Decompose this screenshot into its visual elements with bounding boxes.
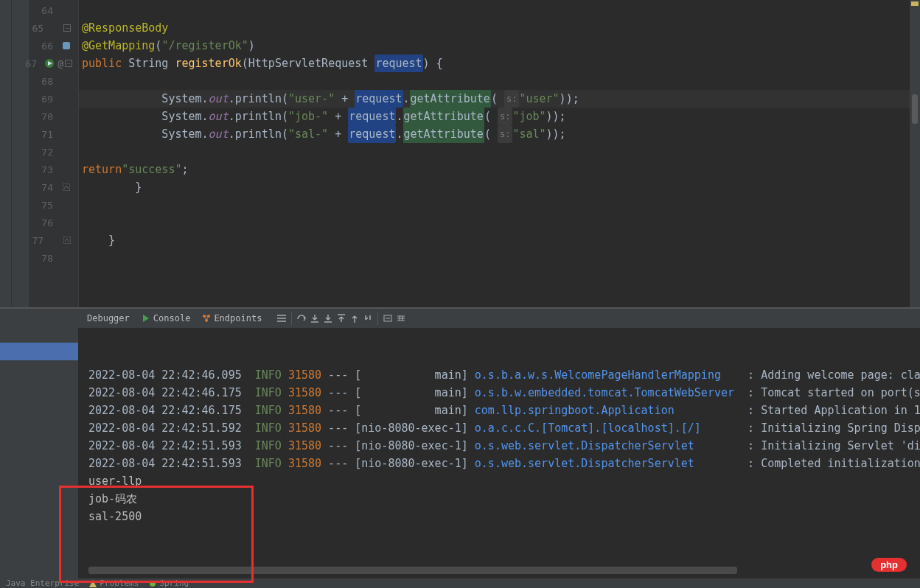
gutter-row[interactable]: 67@− (29, 55, 78, 72)
line-number: 64 (35, 5, 53, 16)
gutter-row[interactable]: 74 (29, 178, 78, 196)
at-sign-icon: @ (58, 58, 63, 69)
bookmark-gutter-icon[interactable] (60, 40, 72, 52)
line-number: 74 (35, 182, 53, 193)
line-number: 75 (35, 200, 53, 211)
gutter-row[interactable]: 72 (29, 143, 78, 161)
gutter-row[interactable]: 77 (29, 231, 78, 249)
settings-icon[interactable] (396, 313, 406, 323)
watermark-badge: php (871, 558, 907, 572)
tab-debugger[interactable]: Debugger (83, 312, 134, 325)
editor-gutter[interactable]: 6465−6667@−6869707172737475767778 (29, 0, 79, 307)
code-line[interactable]: System.out.println("user-" + request.get… (79, 90, 910, 108)
gutter-row[interactable]: 70 (29, 108, 78, 125)
line-number: 70 (35, 111, 53, 122)
code-line[interactable] (79, 196, 910, 214)
svg-rect-2 (63, 183, 70, 191)
fold-toggle-icon[interactable]: − (63, 22, 72, 34)
code-line[interactable]: System.out.println("job-" + request.getA… (79, 108, 910, 125)
warning-stripe (911, 1, 919, 6)
scroll-thumb[interactable] (912, 94, 918, 124)
line-number: 69 (35, 94, 53, 105)
code-line[interactable] (79, 214, 910, 231)
endpoints-label: Endpoints (214, 313, 262, 323)
gutter-row[interactable]: 75 (29, 196, 78, 214)
step-drop-icon[interactable] (363, 313, 373, 323)
status-bar: Java Enterprise Problems Spring (0, 578, 920, 588)
stdout-line: user-llp (88, 472, 920, 490)
gutter-row[interactable]: 73 (29, 161, 78, 178)
fold-toggle-icon[interactable] (63, 234, 72, 246)
editor-scrollbar[interactable] (910, 0, 920, 307)
code-line[interactable] (79, 1, 910, 19)
log-line: 2022-08-04 22:42:46.095 INFO 31580 --- [… (88, 366, 920, 384)
line-number: 68 (35, 76, 53, 87)
code-line[interactable]: @ResponseBody (79, 19, 910, 37)
gutter-row[interactable]: 78 (29, 249, 78, 267)
log-line: 2022-08-04 22:42:51.592 INFO 31580 --- [… (88, 419, 920, 437)
line-number: 67 (26, 58, 38, 69)
selected-frame[interactable] (0, 343, 78, 360)
evaluate-icon[interactable] (383, 313, 393, 323)
code-line[interactable]: @GetMapping("/registerOk") (79, 37, 910, 55)
line-number: 65 (29, 23, 43, 34)
log-line: 2022-08-04 22:42:46.175 INFO 31580 --- [… (88, 402, 920, 419)
console-label: Console (153, 313, 191, 323)
code-line[interactable] (79, 249, 910, 267)
tab-endpoints[interactable]: Endpoints (198, 312, 266, 325)
gutter-row[interactable]: 65− (29, 19, 78, 37)
svg-point-7 (354, 321, 355, 323)
step-out-icon[interactable] (349, 313, 360, 323)
left-tool-sidebar (0, 0, 11, 307)
console-scrollbar[interactable] (88, 567, 737, 574)
svg-rect-3 (63, 237, 71, 244)
code-line[interactable]: } (79, 231, 910, 249)
code-line[interactable]: public String registerOk(HttpServletRequ… (79, 55, 910, 72)
code-line[interactable]: System.out.println("sal-" + request.getA… (79, 125, 910, 143)
gutter-row[interactable]: 66 (29, 37, 78, 55)
stdout-line: job-码农 (88, 490, 920, 508)
line-number: 66 (35, 41, 53, 52)
gutter-row[interactable]: 64 (29, 1, 78, 19)
debug-toolbar: Debugger Console Endpoints (78, 309, 920, 328)
tab-console[interactable]: Console (137, 312, 195, 325)
line-number: 76 (35, 217, 53, 228)
status-item-problems[interactable]: Problems (89, 578, 139, 588)
gutter-row[interactable]: 71 (29, 125, 78, 143)
download-icon-2[interactable] (323, 313, 333, 323)
fold-end-icon[interactable] (60, 181, 72, 193)
log-line: 2022-08-04 22:42:46.175 INFO 31580 --- [… (88, 384, 920, 402)
status-item[interactable]: Java Enterprise (6, 578, 79, 588)
menu-icon[interactable] (276, 313, 287, 323)
code-line[interactable]: return "success"; (79, 161, 910, 178)
svg-point-9 (150, 581, 156, 587)
gutter-row[interactable]: 69 (29, 90, 78, 108)
status-item-spring[interactable]: Spring (149, 578, 189, 588)
log-line: 2022-08-04 22:42:51.593 INFO 31580 --- [… (88, 437, 920, 455)
line-number: 71 (35, 129, 53, 140)
debugger-label: Debugger (87, 313, 130, 323)
console-output[interactable]: 2022-08-04 22:42:46.095 INFO 31580 --- [… (78, 328, 920, 578)
code-editor[interactable]: @ResponseBody @GetMapping("/registerOk")… (79, 0, 910, 307)
tool-window-strip[interactable] (11, 0, 29, 307)
debug-frames-sidebar[interactable] (0, 309, 78, 578)
play-icon (142, 314, 150, 323)
line-number: 77 (29, 235, 43, 246)
download-icon[interactable] (310, 313, 320, 323)
line-number: 72 (35, 147, 53, 158)
run-gutter-icon[interactable] (44, 57, 55, 69)
gutter-row[interactable]: 76 (29, 214, 78, 231)
line-number: 73 (35, 164, 53, 175)
code-line[interactable] (79, 72, 910, 90)
code-line[interactable] (79, 143, 910, 161)
log-line: 2022-08-04 22:42:51.593 INFO 31580 --- [… (88, 455, 920, 472)
svg-rect-0 (63, 42, 70, 49)
gutter-row[interactable]: 68 (29, 72, 78, 90)
step-over-icon[interactable] (296, 313, 307, 323)
upload-icon[interactable] (336, 313, 346, 323)
line-number: 78 (35, 253, 53, 264)
stdout-line: sal-2500 (88, 508, 920, 525)
fold-toggle-icon[interactable]: − (65, 57, 72, 69)
endpoints-icon (202, 314, 211, 323)
code-line[interactable]: } (79, 178, 910, 196)
